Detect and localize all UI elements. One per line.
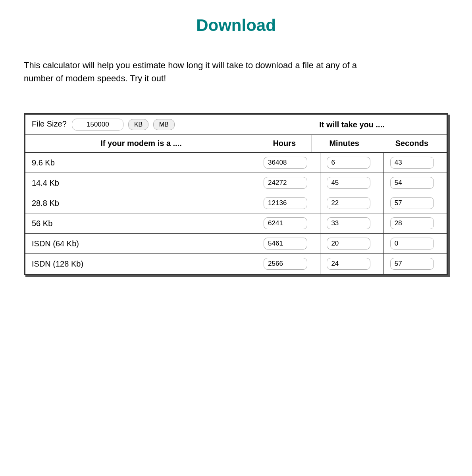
file-size-cell: File Size? KB MB [25, 115, 257, 135]
minutes-cell: 20 [320, 234, 383, 254]
hours-value: 12136 [264, 197, 307, 209]
modem-name: 14.4 Kb [25, 173, 257, 193]
minutes-cell: 24 [320, 254, 383, 274]
hours-value: 6241 [264, 217, 307, 229]
minutes-value: 22 [327, 197, 370, 209]
hours-header: Hours [257, 135, 312, 152]
seconds-cell: 43 [383, 153, 447, 173]
header-row: File Size? KB MB It will take you .... [25, 115, 447, 135]
minutes-cell: 45 [320, 173, 383, 193]
file-size-label: File Size? [32, 119, 67, 128]
table-row: ISDN (64 Kb) 5461 20 0 [25, 234, 447, 254]
modem-name: ISDN (128 Kb) [25, 254, 257, 274]
hours-cell: 36408 [257, 153, 320, 173]
table-row: 28.8 Kb 12136 22 57 [25, 193, 447, 213]
main-table: File Size? KB MB It will take you .... I… [25, 114, 447, 152]
seconds-cell: 54 [383, 173, 447, 193]
modem-header: If your modem is a .... [25, 135, 257, 152]
hours-value: 2566 [264, 258, 307, 270]
minutes-value: 45 [327, 177, 370, 189]
hours-cell: 24272 [257, 173, 320, 193]
table-row: 56 Kb 6241 33 28 [25, 213, 447, 234]
hours-cell: 2566 [257, 254, 320, 274]
minutes-value: 33 [327, 217, 370, 229]
data-table: 9.6 Kb 36408 6 43 14.4 Kb 24272 45 54 28… [25, 152, 447, 274]
seconds-value: 28 [390, 217, 434, 229]
minutes-value: 6 [327, 157, 370, 169]
seconds-value: 57 [390, 197, 434, 209]
minutes-cell: 22 [320, 193, 383, 213]
description-text: This calculator will help you estimate h… [24, 59, 381, 85]
kb-button[interactable]: KB [128, 119, 148, 130]
it-will-take-cell: It will take you .... [257, 115, 447, 135]
modem-name: 56 Kb [25, 213, 257, 234]
page-title: Download [24, 16, 448, 35]
hours-cell: 5461 [257, 234, 320, 254]
hours-value: 36408 [264, 157, 307, 169]
modem-name: 9.6 Kb [25, 153, 257, 173]
minutes-cell: 33 [320, 213, 383, 234]
minutes-value: 20 [327, 238, 370, 250]
seconds-value: 57 [390, 258, 434, 270]
minutes-value: 24 [327, 258, 370, 270]
hours-value: 5461 [264, 238, 307, 250]
subheader-row: If your modem is a .... Hours Minutes Se… [25, 135, 447, 152]
hours-cell: 12136 [257, 193, 320, 213]
table-row: ISDN (128 Kb) 2566 24 57 [25, 254, 447, 274]
seconds-cell: 57 [383, 193, 447, 213]
seconds-cell: 0 [383, 234, 447, 254]
seconds-cell: 57 [383, 254, 447, 274]
hours-cell: 6241 [257, 213, 320, 234]
minutes-header: Minutes [312, 135, 377, 152]
divider [24, 101, 448, 101]
seconds-cell: 28 [383, 213, 447, 234]
table-row: 14.4 Kb 24272 45 54 [25, 173, 447, 193]
seconds-header: Seconds [377, 135, 447, 152]
minutes-cell: 6 [320, 153, 383, 173]
mb-button[interactable]: MB [153, 119, 175, 130]
modem-name: 28.8 Kb [25, 193, 257, 213]
seconds-value: 0 [390, 238, 434, 250]
table-row: 9.6 Kb 36408 6 43 [25, 153, 447, 173]
seconds-value: 54 [390, 177, 434, 189]
hours-value: 24272 [264, 177, 307, 189]
modem-name: ISDN (64 Kb) [25, 234, 257, 254]
seconds-value: 43 [390, 157, 434, 169]
file-size-input[interactable] [72, 119, 123, 131]
calculator-wrapper: File Size? KB MB It will take you .... I… [24, 113, 448, 275]
